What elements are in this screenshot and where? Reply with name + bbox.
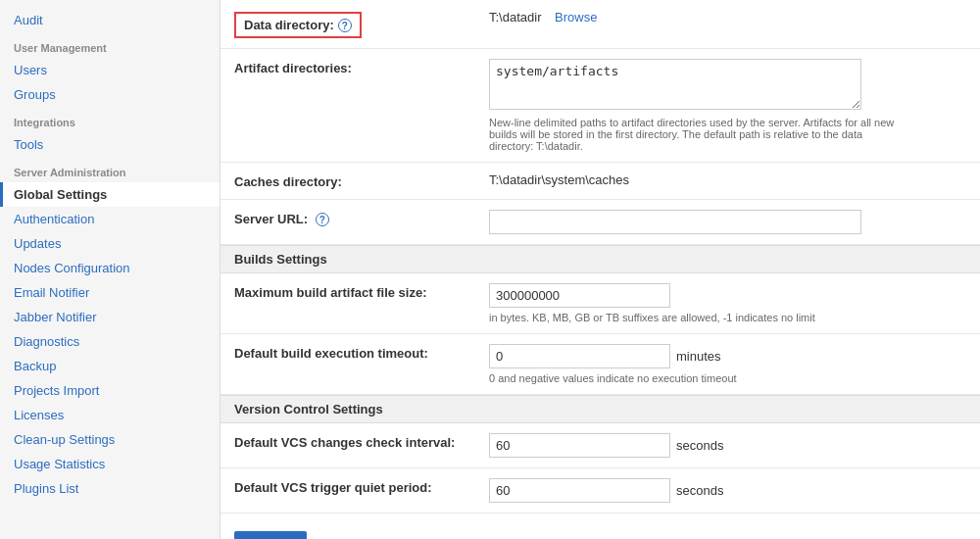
- vcs-quiet-period-unit: seconds: [676, 483, 723, 498]
- sidebar: Audit User Management Users Groups Integ…: [0, 0, 220, 539]
- vcs-check-interval-input[interactable]: [489, 433, 670, 458]
- sidebar-item-backup[interactable]: Backup: [0, 354, 220, 378]
- vcs-check-interval-unit: seconds: [676, 438, 723, 453]
- sidebar-item-nodes-configuration[interactable]: Nodes Configuration: [0, 256, 220, 280]
- vcs-check-interval-label: Default VCS changes check interval:: [234, 435, 455, 450]
- version-control-header: Version Control Settings: [220, 395, 980, 423]
- sidebar-item-email-notifier[interactable]: Email Notifier: [0, 280, 220, 305]
- sidebar-item-usage-statistics[interactable]: Usage Statistics: [0, 452, 220, 476]
- vcs-check-interval-input-row: seconds: [489, 433, 966, 458]
- sidebar-item-groups[interactable]: Groups: [0, 82, 220, 107]
- build-timeout-unit: minutes: [676, 349, 721, 364]
- build-timeout-row: Default build execution timeout: minutes…: [220, 334, 980, 395]
- sidebar-item-global-settings[interactable]: Global Settings: [0, 182, 220, 207]
- settings-table: Data directory: ? T:\datadir Browse Arti…: [220, 0, 980, 245]
- build-timeout-hint: 0 and negative values indicate no execut…: [489, 372, 901, 384]
- server-url-label-text: Server URL:: [234, 212, 308, 226]
- vcs-quiet-period-input[interactable]: [489, 478, 670, 503]
- builds-settings-table: Maximum build artifact file size: in byt…: [220, 273, 980, 395]
- caches-directory-label: Caches directory:: [234, 174, 342, 189]
- artifact-directories-hint: New-line delimited paths to artifact dir…: [489, 117, 901, 152]
- sidebar-item-tools[interactable]: Tools: [0, 132, 220, 157]
- builds-settings-header: Builds Settings: [220, 245, 980, 273]
- caches-directory-value: T:\datadir\system\caches: [489, 171, 629, 187]
- artifact-directories-row: Artifact directories: system/artifacts N…: [220, 49, 980, 163]
- data-directory-row: Data directory: ? T:\datadir Browse: [220, 0, 980, 49]
- sidebar-section-server-admin: Server Administration: [0, 157, 220, 182]
- sidebar-item-diagnostics[interactable]: Diagnostics: [0, 329, 220, 354]
- browse-link[interactable]: Browse: [555, 10, 597, 24]
- sidebar-item-audit[interactable]: Audit: [0, 8, 220, 32]
- server-url-help-icon[interactable]: ?: [316, 213, 329, 226]
- save-button-container: Save: [220, 514, 980, 539]
- vcs-quiet-period-label: Default VCS trigger quiet period:: [234, 480, 432, 495]
- max-build-artifact-input[interactable]: [489, 283, 670, 308]
- sidebar-section-user-management: User Management: [0, 32, 220, 58]
- build-timeout-input-row: minutes: [489, 344, 966, 368]
- data-directory-label-box: Data directory: ?: [234, 12, 362, 38]
- server-url-input[interactable]: [489, 210, 861, 234]
- save-button[interactable]: Save: [234, 531, 307, 539]
- build-timeout-input[interactable]: [489, 344, 670, 368]
- vcs-quiet-period-input-row: seconds: [489, 478, 966, 503]
- sidebar-section-integrations: Integrations: [0, 107, 220, 132]
- max-build-artifact-hint: in bytes. KB, MB, GB or TB suffixes are …: [489, 312, 901, 323]
- vcs-check-interval-row: Default VCS changes check interval: seco…: [220, 423, 980, 468]
- sidebar-item-authentication[interactable]: Authentication: [0, 207, 220, 231]
- sidebar-item-users[interactable]: Users: [0, 58, 220, 82]
- caches-directory-row: Caches directory: T:\datadir\system\cach…: [220, 163, 980, 200]
- server-url-row: Server URL: ?: [220, 200, 980, 245]
- sidebar-item-jabber-notifier[interactable]: Jabber Notifier: [0, 305, 220, 329]
- sidebar-item-plugins-list[interactable]: Plugins List: [0, 476, 220, 501]
- data-directory-value: T:\datadir: [489, 8, 541, 24]
- main-content: Data directory: ? T:\datadir Browse Arti…: [220, 0, 980, 539]
- version-control-table: Default VCS changes check interval: seco…: [220, 423, 980, 514]
- max-build-artifact-label: Maximum build artifact file size:: [234, 285, 427, 300]
- vcs-quiet-period-row: Default VCS trigger quiet period: second…: [220, 468, 980, 514]
- max-build-artifact-row: Maximum build artifact file size: in byt…: [220, 273, 980, 334]
- sidebar-item-projects-import[interactable]: Projects Import: [0, 378, 220, 403]
- artifact-directories-input[interactable]: system/artifacts: [489, 59, 861, 110]
- sidebar-item-updates[interactable]: Updates: [0, 231, 220, 256]
- sidebar-item-clean-up-settings[interactable]: Clean-up Settings: [0, 427, 220, 452]
- sidebar-item-licenses[interactable]: Licenses: [0, 403, 220, 427]
- data-directory-help-icon[interactable]: ?: [338, 19, 352, 32]
- build-timeout-label: Default build execution timeout:: [234, 346, 428, 361]
- artifact-directories-label: Artifact directories:: [234, 61, 352, 75]
- data-directory-label: Data directory:: [244, 18, 334, 32]
